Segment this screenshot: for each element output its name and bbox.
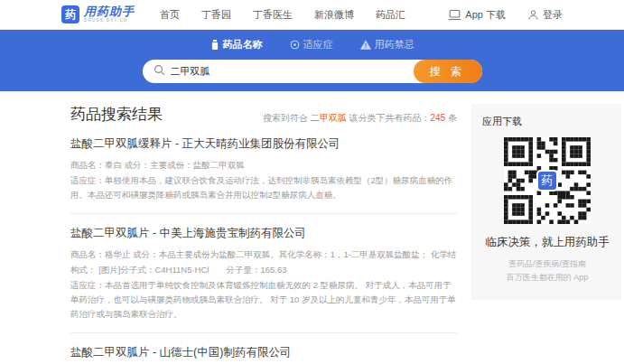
target-icon (290, 40, 300, 50)
app-download-label: App 下载 (465, 8, 506, 22)
search-button[interactable]: 搜 索 (414, 60, 482, 83)
app-slogan: 临床决策，就上用药助手 (482, 235, 612, 250)
user-icon (527, 9, 539, 21)
result-item: 盐酸二甲双胍片 - 中美上海施贵宝制药有限公司 商品名：格华止 成分：本品主要成… (70, 214, 457, 333)
tab-contraindication[interactable]: 用药禁忌 (360, 38, 414, 51)
app-download-heading: 应用下载 (482, 115, 612, 128)
nav-item-weibo[interactable]: 新浪微博 (314, 8, 354, 22)
warning-icon (360, 40, 371, 50)
summary-suffix: 条 (445, 113, 457, 123)
nav-item-dxy[interactable]: 丁香园 (201, 8, 231, 22)
page: 药 用药助手 DRUGS.DXY.CN 首页 丁香园 丁香医生 新浪微博 药品汇… (0, 0, 624, 364)
laptop-icon (448, 9, 461, 21)
tab-indication-label: 适应症 (303, 38, 333, 51)
sidebar: 应用下载 药 临床决策，就上用药助手 查药品/查疾病/查指南 百万医生都在用的 … (471, 104, 621, 364)
result-item: 盐酸二甲双胍片 - 山德士(中国)制药有限公司 商品名：盐酸二甲双胍片 成分：主… (70, 333, 457, 364)
summary-prefix: 搜索到符合 (263, 113, 311, 123)
app-download-card: 应用下载 药 临床决策，就上用药助手 查药品/查疾病/查指南 百万医生都在用的 … (471, 104, 621, 300)
login-button[interactable]: 登录 (527, 8, 563, 22)
result-product-line: 商品名：泰白 成分：主要成份：盐酸二甲双胍 (70, 158, 457, 173)
result-title-link[interactable]: 盐酸二甲双胍片 - 山德士(中国)制药有限公司 (70, 345, 457, 360)
search-input[interactable] (171, 66, 396, 77)
top-nav: 首页 丁香园 丁香医生 新浪微博 药品汇 (160, 8, 405, 22)
results-column: 药品搜索结果 搜索到符合 二甲双胍 该分类下共有药品：245 条 盐酸二甲双胍缓… (70, 104, 457, 364)
app-description-line2: 百万医生都在用的 App (482, 271, 612, 285)
logo-title: 用药助手 (84, 5, 135, 17)
result-title-link[interactable]: 盐酸二甲双胍缓释片 - 正大天晴药业集团股份有限公司 (70, 136, 457, 152)
logo-icon: 药 (61, 5, 79, 23)
result-item: 盐酸二甲双胍缓释片 - 正大天晴药业集团股份有限公司 商品名：泰白 成分：主要成… (70, 125, 457, 214)
search-row: 搜 索 (143, 60, 482, 83)
nav-item-drug-hub[interactable]: 药品汇 (376, 8, 405, 22)
qr-code: 药 (504, 137, 591, 224)
summary-keyword: 二甲双胍 (311, 113, 347, 123)
content: 药品搜索结果 搜索到符合 二甲双胍 该分类下共有药品：245 条 盐酸二甲双胍缓… (0, 91, 624, 364)
result-indication-line: 适应症：本品首选用于单纯饮食控制及体育锻炼控制血糖无效的 2 型糖尿病。 对于成… (70, 278, 457, 322)
search-banner: 药品名称 适应症 用药禁忌 (0, 30, 624, 91)
app-download-button[interactable]: App 下载 (448, 8, 506, 22)
top-bar: 药 用药助手 DRUGS.DXY.CN 首页 丁香园 丁香医生 新浪微博 药品汇… (0, 0, 624, 30)
tab-indication[interactable]: 适应症 (290, 38, 333, 51)
results-summary: 搜索到符合 二甲双胍 该分类下共有药品：245 条 (263, 112, 457, 125)
result-title-link[interactable]: 盐酸二甲双胍片 - 中美上海施贵宝制药有限公司 (70, 226, 457, 241)
page-title: 药品搜索结果 (70, 104, 163, 125)
login-label: 登录 (543, 8, 563, 22)
app-description-line1: 查药品/查疾病/查指南 (482, 257, 612, 271)
summary-middle: 该分类下共有药品： (347, 113, 431, 123)
results-header: 药品搜索结果 搜索到符合 二甲双胍 该分类下共有药品：245 条 (70, 104, 457, 125)
nav-item-dxy-doctor[interactable]: 丁香医生 (253, 8, 293, 22)
nav-item-home[interactable]: 首页 (160, 8, 180, 22)
pill-bottle-icon (210, 40, 219, 50)
result-indication-line: 适应症：单独使用本品，建议联合饮食及运动疗法，达到控制非胰岛素依赖型（2型）糖尿… (70, 173, 457, 202)
logo-subtitle: DRUGS.DXY.CN (84, 19, 135, 23)
logo-text: 用药助手 DRUGS.DXY.CN (84, 5, 135, 23)
tab-contraindication-label: 用药禁忌 (375, 38, 414, 51)
qr-center-logo-icon: 药 (536, 170, 558, 191)
search-bar: 搜 索 (143, 60, 482, 83)
app-description: 查药品/查疾病/查指南 百万医生都在用的 App (482, 257, 612, 285)
search-type-tabs: 药品名称 适应症 用药禁忌 (0, 30, 624, 51)
result-product-line: 商品名：格华止 成分：本品主要成份为盐酸二甲双胍。其化学名称：1，1-二甲基双胍… (70, 247, 457, 276)
summary-count: 245 (431, 113, 446, 123)
tab-drug-name[interactable]: 药品名称 (210, 38, 263, 51)
search-icon (154, 63, 165, 79)
logo[interactable]: 药 用药助手 DRUGS.DXY.CN (61, 5, 135, 23)
top-actions: App 下载 登录 (448, 8, 563, 22)
tab-drug-name-label: 药品名称 (223, 38, 263, 51)
